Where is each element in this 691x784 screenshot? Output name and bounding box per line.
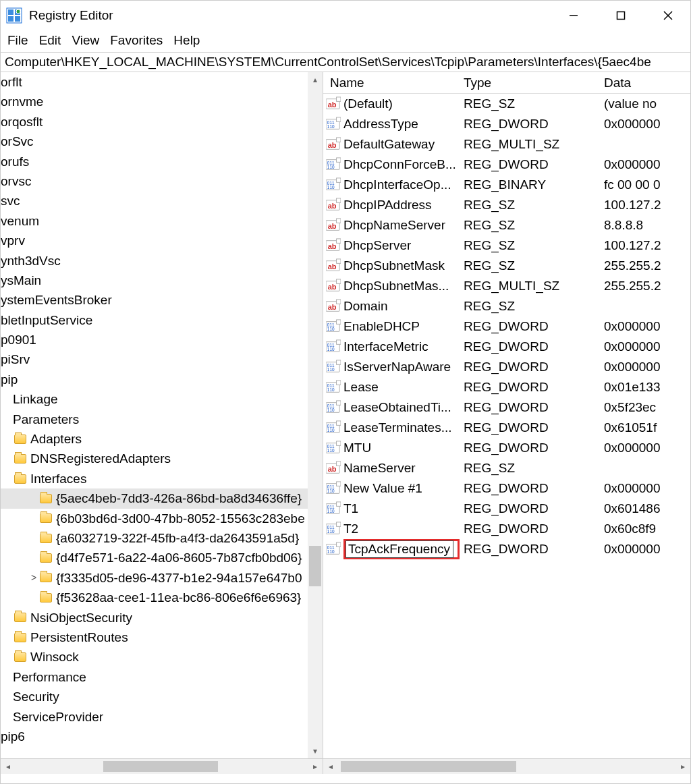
scroll-thumb[interactable] [341, 761, 516, 772]
tree-item[interactable]: orufs [1, 152, 323, 171]
value-type: REG_DWORD [464, 339, 604, 354]
tree-item[interactable]: orflt [1, 72, 323, 92]
menu-favorites[interactable]: Favorites [109, 33, 164, 48]
list-row[interactable]: abDomainREG_SZ [323, 296, 690, 316]
tree-item[interactable]: PersistentRoutes [1, 627, 323, 647]
scroll-left-arrow-icon[interactable]: ◂ [1, 759, 16, 774]
scroll-right-arrow-icon[interactable]: ▸ [675, 759, 690, 774]
menu-edit[interactable]: Edit [38, 33, 63, 48]
tree-item[interactable]: >{a6032719-322f-45fb-a4f3-da2643591a5d} [1, 528, 323, 548]
menu-help[interactable]: Help [172, 33, 201, 48]
list-row[interactable]: abDhcpSubnetMas...REG_MULTI_SZ255.255.2 [323, 276, 690, 296]
scroll-right-arrow-icon[interactable]: ▸ [308, 759, 323, 774]
tree-item[interactable]: Linkage [1, 389, 323, 409]
tree-item[interactable]: ystemEventsBroker [1, 290, 323, 310]
tree-item[interactable]: orqosflt [1, 112, 323, 132]
svg-rect-25 [337, 178, 341, 182]
address-bar[interactable]: Computer\HKEY_LOCAL_MACHINE\SYSTEM\Curre… [1, 52, 690, 72]
scroll-down-arrow-icon[interactable]: ▾ [308, 744, 323, 758]
tree-item[interactable]: >{d4f7e571-6a22-4a06-8605-7b87cfb0bd06} [1, 548, 323, 567]
column-header-data[interactable]: Data [604, 76, 690, 90]
list-row[interactable]: 011110InterfaceMetricREG_DWORD0x000000 [323, 337, 690, 357]
tree-item[interactable]: Performance [1, 667, 323, 687]
list-row[interactable]: 011110REG_DWORD0x000000 [323, 539, 690, 559]
svg-rect-59 [337, 381, 341, 385]
list-row[interactable]: abDhcpServerREG_SZ100.127.2 [323, 235, 690, 256]
list-horizontal-scrollbar[interactable]: ◂ ▸ [323, 759, 690, 774]
list-row[interactable]: 011110MTUREG_DWORD0x000000 [323, 438, 690, 458]
tree-horizontal-scrollbar[interactable]: ◂ ▸ [1, 759, 323, 774]
tree-item[interactable]: svc [1, 191, 323, 211]
rename-input[interactable] [346, 540, 453, 558]
menu-file[interactable]: File [6, 33, 30, 48]
tree-vertical-scrollbar[interactable]: ▴ ▾ [308, 72, 323, 758]
list-row[interactable]: 011110DhcpConnForceB...REG_DWORD0x000000 [323, 155, 690, 175]
minimize-button[interactable] [563, 5, 584, 26]
string-value-icon: ab [326, 258, 341, 273]
tree-item[interactable]: Winsock [1, 647, 323, 667]
tree-item[interactable]: ServiceProvider [1, 707, 323, 727]
tree-pane[interactable]: orfltornvmeorqosfltorSvcorufsorvscsvcven… [1, 72, 323, 758]
list-row[interactable]: 011110EnableDHCPREG_DWORD0x000000 [323, 316, 690, 337]
tree-item[interactable]: NsiObjectSecurity [1, 608, 323, 627]
scroll-up-arrow-icon[interactable]: ▴ [308, 72, 323, 87]
value-data: 255.255.2 [604, 279, 690, 293]
tree-item[interactable]: pip [1, 370, 323, 389]
tree-item[interactable]: orSvc [1, 132, 323, 151]
tree-item[interactable]: >{6b03bd6d-3d00-47bb-8052-15563c283ebe [1, 509, 323, 528]
binary-value-icon: 011110 [326, 157, 341, 172]
tree-item[interactable]: piSrv [1, 349, 323, 369]
list-row[interactable]: 011110LeaseTerminates...REG_DWORD0x61051… [323, 418, 690, 438]
list-row[interactable]: abDhcpSubnetMaskREG_SZ255.255.2 [323, 256, 690, 276]
tree-item[interactable]: DNSRegisteredAdapters [1, 449, 323, 468]
column-header-type[interactable]: Type [464, 76, 604, 90]
tree-item[interactable]: ornvme [1, 92, 323, 111]
scroll-thumb[interactable] [103, 761, 218, 772]
maximize-button[interactable] [611, 5, 631, 26]
list-row[interactable]: ab(Default)REG_SZ(value no [323, 94, 690, 114]
tree-item[interactable]: ysMain [1, 271, 323, 290]
column-header-name[interactable]: Name [323, 76, 464, 90]
list-row[interactable]: 011110T1REG_DWORD0x601486 [323, 499, 690, 519]
scroll-track[interactable] [308, 87, 323, 744]
menu-view[interactable]: View [70, 33, 101, 48]
tree-item[interactable]: Parameters [1, 410, 323, 429]
tree-item[interactable]: >{5aec4beb-7dd3-426a-86bd-ba8d34636ffe} [1, 488, 323, 508]
svg-rect-63 [337, 401, 341, 405]
list-row[interactable]: abDhcpNameServerREG_SZ8.8.8.8 [323, 215, 690, 235]
list-row[interactable]: 011110DhcpInterfaceOp...REG_BINARYfc 00 … [323, 175, 690, 195]
value-type: REG_DWORD [464, 360, 604, 374]
list-row[interactable]: abDhcpIPAddressREG_SZ100.127.2 [323, 195, 690, 215]
tree-item-label: DNSRegisteredAdapters [30, 449, 171, 468]
close-button[interactable] [658, 5, 678, 26]
svg-rect-78 [337, 482, 341, 486]
tree-item[interactable]: vprv [1, 231, 323, 250]
tree-item[interactable]: Adapters [1, 429, 323, 449]
tree-item[interactable]: pip6 [1, 727, 323, 746]
binary-value-icon: 011110 [326, 420, 341, 435]
tree-item[interactable]: p0901 [1, 330, 323, 349]
tree-item[interactable]: orvsc [1, 171, 323, 191]
list-row[interactable]: 011110T2REG_DWORD0x60c8f9 [323, 519, 690, 539]
scroll-thumb[interactable] [309, 546, 321, 586]
tree-item[interactable]: >{f53628aa-cee1-11ea-bc86-806e6f6e6963} [1, 588, 323, 607]
tree-item-label: orufs [1, 152, 29, 171]
list-row[interactable]: 011110AddressTypeREG_DWORD0x000000 [323, 114, 690, 134]
list-row[interactable]: 011110LeaseObtainedTi...REG_DWORD0x5f23e… [323, 397, 690, 418]
tree-item[interactable]: venum [1, 211, 323, 231]
list-row[interactable]: 011110IsServerNapAwareREG_DWORD0x000000 [323, 357, 690, 377]
chevron-icon[interactable]: > [28, 568, 40, 588]
list-row[interactable]: abNameServerREG_SZ [323, 458, 690, 478]
list-pane[interactable]: Name Type Data ab(Default)REG_SZ(value n… [323, 72, 690, 758]
list-header[interactable]: Name Type Data [323, 72, 690, 94]
list-row[interactable]: abDefaultGatewayREG_MULTI_SZ [323, 134, 690, 155]
svg-point-5 [16, 9, 20, 13]
tree-item[interactable]: Interfaces [1, 469, 323, 488]
tree-item[interactable]: bletInputService [1, 310, 323, 330]
tree-item[interactable]: ynth3dVsc [1, 251, 323, 271]
tree-item[interactable]: >{f3335d05-de96-4377-b1e2-94a157e647b0 [1, 568, 323, 588]
scroll-left-arrow-icon[interactable]: ◂ [323, 759, 338, 774]
list-row[interactable]: 011110New Value #1REG_DWORD0x000000 [323, 478, 690, 499]
list-row[interactable]: 011110LeaseREG_DWORD0x01e133 [323, 377, 690, 397]
tree-item[interactable]: Security [1, 687, 323, 706]
